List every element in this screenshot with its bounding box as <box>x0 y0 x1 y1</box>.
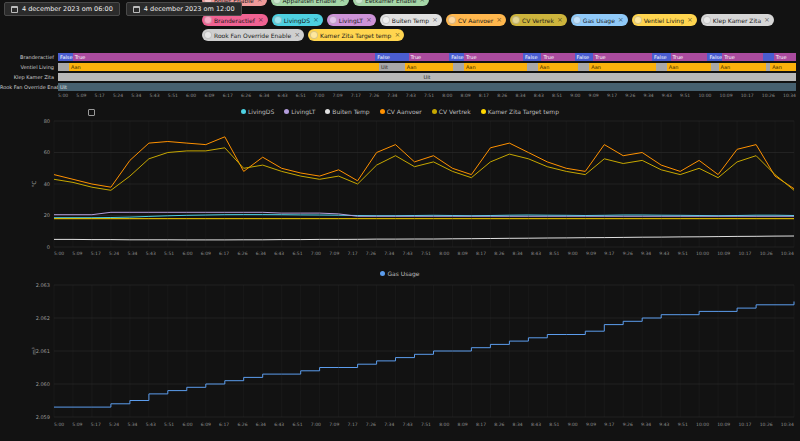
chip-close-icon[interactable]: × <box>496 17 502 24</box>
timeline-segment-uit[interactable] <box>453 63 464 71</box>
x-tick-label: 6:34 <box>256 251 266 256</box>
timeline-segment-true[interactable]: True <box>409 53 450 61</box>
chip-close-icon[interactable]: × <box>294 32 300 39</box>
entity-chip-cv-aanvoer[interactable]: CV Aanvoer× <box>446 14 506 26</box>
timeline-segment-false[interactable]: False <box>575 53 593 61</box>
entity-chip-kamer-zita-target-temp[interactable]: Kamer Zita Target temp× <box>308 29 404 41</box>
timeline-row-label: Ventiel Living <box>0 64 58 70</box>
timeline-segment-true[interactable]: True <box>722 53 763 61</box>
timeline-segment-false[interactable]: False <box>375 53 408 61</box>
x-tick-label: 5:51 <box>164 422 174 427</box>
timeline-segment-aan[interactable]: Aan <box>770 63 796 71</box>
timeline-segment-uit[interactable] <box>711 63 718 71</box>
chart-toolbox-icon[interactable] <box>88 109 95 116</box>
legend-item-gas-usage[interactable]: Gas Usage <box>380 270 419 277</box>
timeline-segment-false[interactable]: False <box>58 53 73 61</box>
x-tick-label: 10:34 <box>783 93 796 98</box>
chip-close-icon[interactable]: × <box>366 17 372 24</box>
legend-item-kamer-zita-target-temp[interactable]: Kamer Zita Target temp <box>481 108 559 115</box>
chip-close-icon[interactable]: × <box>419 0 425 4</box>
x-tick-label: 5:24 <box>109 251 119 256</box>
y-tick-label: 2.063 <box>36 282 50 288</box>
timeline-segment-true[interactable]: True <box>464 53 523 61</box>
timeline-segment-uit[interactable] <box>578 63 589 71</box>
timeline-segment-aan[interactable]: Aan <box>464 63 527 71</box>
x-tick-label: 9:00 <box>568 422 578 427</box>
temperature-chart-x-axis: 5:005:095:175:245:345:435:516:006:096:17… <box>54 251 794 256</box>
chip-close-icon[interactable]: × <box>339 0 345 4</box>
timeline-segment-aan[interactable]: Aan <box>538 63 579 71</box>
timeline-segment-false[interactable]: False <box>707 53 722 61</box>
timeline-segment-aan[interactable]: Aan <box>667 63 711 71</box>
legend-item-livingds[interactable]: LivingDS <box>241 108 274 115</box>
legend-item-buiten-temp[interactable]: Buiten Temp <box>325 108 369 115</box>
timeline-segment-false[interactable]: False <box>449 53 464 61</box>
chip-close-icon[interactable]: × <box>432 17 438 24</box>
x-tick-label: 5:00 <box>54 422 64 427</box>
legend-item-livinglt[interactable]: LivingLT <box>284 108 315 115</box>
chip-close-icon[interactable]: × <box>394 32 400 39</box>
timeline-segment-aan[interactable]: Aan <box>405 63 453 71</box>
timeline-segment-aan[interactable]: Aan <box>719 63 767 71</box>
x-tick-label: 6:17 <box>223 93 233 98</box>
x-tick-label: 7:51 <box>421 422 431 427</box>
chip-close-icon[interactable]: × <box>687 17 693 24</box>
legend-label: Buiten Temp <box>332 108 369 115</box>
x-tick-label: 10:09 <box>717 251 730 256</box>
chip-close-icon[interactable]: × <box>257 0 263 4</box>
x-tick-label: 7:26 <box>369 93 379 98</box>
timeline-segment-true[interactable]: True <box>541 53 574 61</box>
x-tick-label: 7:34 <box>384 422 394 427</box>
entity-chip-cv-vertrek[interactable]: CV Vertrek× <box>510 14 567 26</box>
timeline-segment-aan[interactable]: Aan <box>69 63 379 71</box>
chip-avatar <box>274 16 282 24</box>
timeline-segment-uit[interactable] <box>58 63 69 71</box>
timeline-segment-false[interactable]: False <box>523 53 541 61</box>
x-tick-label: 5:34 <box>127 251 137 256</box>
gas-usage-chart[interactable]: 2.0592.0602.0612.0622.063m³ <box>0 282 800 420</box>
timeline-segment-true[interactable]: True <box>73 53 376 61</box>
chip-avatar <box>310 31 318 39</box>
entity-chip-klep-kamer-zita[interactable]: Klep Kamer Zita× <box>701 14 774 26</box>
gas-chart-x-axis: 5:005:095:175:245:345:435:516:006:096:17… <box>54 422 794 427</box>
top-chip-apparaten-enable[interactable]: Apparaten Enable× <box>271 0 350 6</box>
x-tick-label: 8:00 <box>442 93 452 98</box>
entity-chip-buiten-temp[interactable]: Buiten Temp× <box>380 14 442 26</box>
timeline-segment-uit[interactable]: Uit <box>58 83 796 91</box>
timeline-segment-true[interactable]: True <box>593 53 652 61</box>
x-tick-label: 5:43 <box>146 251 156 256</box>
timeline-segment-true[interactable]: True <box>774 53 796 61</box>
chip-close-icon[interactable]: × <box>258 17 264 24</box>
chip-close-icon[interactable]: × <box>764 17 770 24</box>
timeline-segment-false[interactable] <box>763 53 774 61</box>
top-chip-eetkamer-enable[interactable]: Eetkamer Enable× <box>353 0 429 6</box>
entity-chip-rook-fan-override-enable[interactable]: Rook Fan Override Enable× <box>202 29 304 41</box>
chip-close-icon[interactable]: × <box>313 17 319 24</box>
entity-chip-gas-usage[interactable]: Gas Usage× <box>571 14 628 26</box>
timeline-segment-uit[interactable]: Uit <box>58 73 796 81</box>
x-tick-label: 8:26 <box>494 251 504 256</box>
timeline-segment-uit[interactable] <box>527 63 538 71</box>
chip-avatar <box>634 16 642 24</box>
timeline-segment-uit[interactable]: Uit <box>379 63 405 71</box>
timeline-segment-false[interactable]: False <box>652 53 670 61</box>
x-tick-label: 9:34 <box>641 422 651 427</box>
entity-chip-livinglt[interactable]: LivingLT× <box>327 14 376 26</box>
timeline-segment-uit[interactable] <box>656 63 667 71</box>
temperature-chart[interactable]: 020406080°C <box>0 118 800 250</box>
entity-chips: Branderactief×LivingDS×LivingLT×Buiten T… <box>202 14 796 41</box>
end-datetime-button[interactable]: 4 december 2023 om 12:00 <box>126 2 242 16</box>
legend-item-cv-aanvoer[interactable]: CV Aanvoer <box>380 108 422 115</box>
chip-close-icon[interactable]: × <box>618 17 624 24</box>
chip-close-icon[interactable]: × <box>557 17 563 24</box>
entity-chip-livingds[interactable]: LivingDS× <box>272 14 323 26</box>
entity-chip-ventiel-living[interactable]: Ventiel Living× <box>632 14 697 26</box>
chip-label: LivingLT <box>339 17 363 24</box>
x-tick-label: 7:17 <box>348 251 358 256</box>
timeline-segment-aan[interactable]: Aan <box>589 63 655 71</box>
chip-label: Eetkamer Enable <box>365 0 416 4</box>
x-tick-label: 6:09 <box>201 422 211 427</box>
legend-item-cv-vertrek[interactable]: CV Vertrek <box>432 108 471 115</box>
timeline-segment-true[interactable]: True <box>671 53 708 61</box>
start-datetime-button[interactable]: 4 december 2023 om 06:00 <box>4 2 120 16</box>
